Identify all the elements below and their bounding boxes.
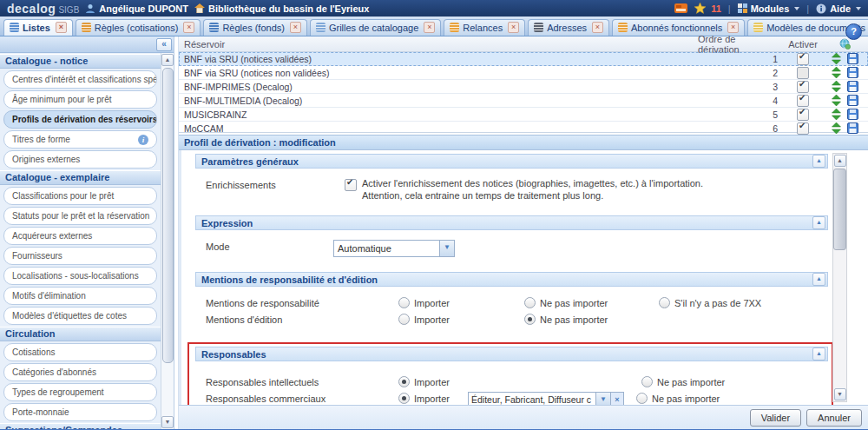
activer-checkbox[interactable]: ✔ [797, 81, 809, 93]
info-icon[interactable]: i [138, 135, 148, 145]
sidebar-item[interactable]: Acquéreurs externes [3, 227, 157, 245]
sidebar-item[interactable]: Modèles d'étiquettes de cotes [3, 307, 157, 325]
clear-icon[interactable]: × [611, 392, 624, 405]
sidebar-collapse-button[interactable]: « [156, 38, 172, 51]
sidebar-item[interactable]: Âge minimum pour le prêt [3, 90, 157, 109]
form-scrollbar[interactable]: ▲ ▼ [832, 153, 847, 402]
section-collapse-icon[interactable]: ▲ [812, 216, 825, 229]
panel-title: Profil de dérivation : modification [179, 135, 868, 150]
user-menu[interactable]: Angélique DUPONT [85, 3, 188, 14]
radio-ne-pas-importer[interactable]: Ne pas importer [636, 392, 720, 404]
help-menu[interactable]: Aide [816, 3, 861, 14]
radio-icon [524, 314, 536, 325]
sidebar-scrollbar[interactable]: ▲ ▼ [161, 53, 174, 429]
radio-label: Importer [414, 314, 450, 325]
move-row-icon[interactable] [832, 95, 841, 106]
radio-importer[interactable]: Importer [398, 313, 524, 325]
radio-si-pas-7xx[interactable]: S'il n'y a pas de 7XX [659, 296, 761, 308]
tab-adresses[interactable]: Adresses× [528, 19, 609, 36]
scroll-up-icon[interactable]: ▲ [161, 54, 174, 66]
activer-checkbox[interactable] [797, 67, 809, 79]
radio-ne-pas-importer[interactable]: Ne pas importer [524, 313, 659, 325]
save-row-icon[interactable] [847, 53, 858, 64]
activer-checkbox[interactable]: ✔ [797, 53, 809, 65]
radio-ne-pas-importer[interactable]: Ne pas importer [524, 296, 659, 308]
scroll-down-icon[interactable]: ▼ [834, 388, 846, 400]
column-header-ordre[interactable]: Ordre de dérivation [694, 34, 785, 55]
sidebar-item[interactable]: Types de regroupement [3, 383, 157, 401]
save-row-icon[interactable] [847, 109, 858, 120]
tab-listes[interactable]: Listes× [3, 19, 73, 36]
sidebar-item[interactable]: Statuts pour le prêt et la réservation [3, 207, 157, 225]
help-bubble-icon[interactable]: ? [845, 23, 862, 40]
radio-importer[interactable]: Importer [398, 392, 468, 404]
tab-grilles-catalogage[interactable]: Grilles de catalogage× [310, 19, 441, 36]
scroll-up-icon[interactable]: ▲ [834, 155, 846, 167]
tab-close-icon[interactable]: × [508, 22, 519, 33]
table-row[interactable]: MUSICBRAINZ5✔ [179, 108, 868, 122]
tab-regles-cotisations[interactable]: Règles (cotisations)× [76, 19, 201, 36]
move-row-icon[interactable] [832, 67, 841, 78]
column-header-reservoir[interactable]: Réservoir [179, 39, 694, 50]
radio-label: Importer [414, 394, 450, 404]
tab-close-icon[interactable]: × [424, 22, 435, 33]
favorites-indicator[interactable]: 11 [694, 3, 721, 14]
sidebar-item[interactable]: Profils de dérivation des réservoirs [3, 110, 157, 129]
table-row[interactable]: BNF via SRU (notices validées)1✔ [179, 52, 868, 66]
responsables-commerciaux-combo[interactable]: Éditeur, Fabricant, Diffuseur c ▼ × [468, 392, 624, 405]
table-row[interactable]: BNF via SRU (notices non validées)2 [179, 66, 868, 80]
scrollbar-thumb[interactable] [833, 169, 846, 250]
sidebar-item[interactable]: Motifs d'élimination [3, 287, 157, 305]
sidebar-item[interactable]: Centres d'intérêt et classifications spé… [3, 70, 157, 89]
move-row-icon[interactable] [832, 53, 841, 64]
activer-checkbox[interactable]: ✔ [797, 109, 809, 121]
sidebar-item[interactable]: Porte-monnaie [3, 403, 157, 421]
alert-icon[interactable] [674, 3, 687, 13]
section-collapse-icon[interactable]: ▲ [812, 155, 825, 168]
tab-close-icon[interactable]: × [592, 22, 603, 33]
radio-importer[interactable]: Importer [398, 375, 641, 387]
move-row-icon[interactable] [832, 109, 841, 120]
activer-checkbox[interactable]: ✔ [797, 122, 809, 135]
radio-ne-pas-importer[interactable]: Ne pas importer [641, 375, 725, 387]
sidebar-item-label: Statuts pour le prêt et la réservation [12, 211, 149, 221]
sidebar-item[interactable]: Localisations - sous-localisations [3, 267, 157, 285]
tab-close-icon[interactable]: × [183, 22, 194, 33]
section-collapse-icon[interactable]: ▲ [812, 347, 825, 361]
save-row-icon[interactable] [847, 67, 858, 78]
valider-button[interactable]: Valider [750, 409, 801, 427]
tab-relances[interactable]: Relances× [444, 19, 525, 36]
library-menu[interactable]: Bibliothèque du bassin de l'Eyrieux [194, 3, 369, 14]
sidebar-item[interactable]: Catégories d'abonnés [3, 363, 157, 381]
section-collapse-icon[interactable]: ▲ [812, 273, 825, 286]
sidebar-item[interactable]: Cotisations [3, 343, 157, 361]
sidebar-item[interactable]: Origines externes [3, 150, 157, 169]
table-row[interactable]: MoCCAM6✔ [179, 122, 868, 136]
scrollbar-thumb[interactable] [162, 68, 174, 363]
sidebar-item[interactable]: Fournisseurs [3, 247, 157, 265]
tab-close-icon[interactable]: × [290, 22, 301, 33]
save-row-icon[interactable] [847, 122, 858, 134]
tab-regles-fonds[interactable]: Règles (fonds)× [203, 19, 307, 36]
tab-close-icon[interactable]: × [727, 22, 739, 33]
column-header-activer[interactable]: Activer [785, 39, 821, 50]
sidebar-item[interactable]: Classifications pour le prêt [3, 187, 157, 205]
modules-menu[interactable]: Modules [738, 3, 800, 14]
move-row-icon[interactable] [832, 81, 841, 92]
move-row-icon[interactable] [832, 122, 841, 134]
mode-select[interactable]: Automatique ▼ [333, 240, 455, 257]
activer-checkbox[interactable]: ✔ [797, 95, 809, 107]
dropdown-arrow-icon[interactable]: ▼ [596, 392, 611, 405]
annuler-button[interactable]: Annuler [806, 409, 862, 427]
tab-close-icon[interactable]: × [56, 22, 67, 33]
save-row-icon[interactable] [847, 81, 858, 92]
radio-importer[interactable]: Importer [398, 296, 524, 308]
save-row-icon[interactable] [847, 95, 858, 106]
dropdown-arrow-icon[interactable]: ▼ [439, 241, 454, 256]
column-header-tools[interactable] [821, 38, 868, 50]
table-row[interactable]: BNF-IMPRIMES (Decalog)3✔ [179, 80, 868, 94]
enrichissements-checkbox[interactable]: ✔ [345, 179, 357, 191]
table-row[interactable]: BNF-MULTIMEDIA (Decalog)4✔ [179, 94, 868, 108]
scroll-down-icon[interactable]: ▼ [161, 416, 174, 428]
sidebar-item[interactable]: Titres de formei [3, 130, 157, 149]
